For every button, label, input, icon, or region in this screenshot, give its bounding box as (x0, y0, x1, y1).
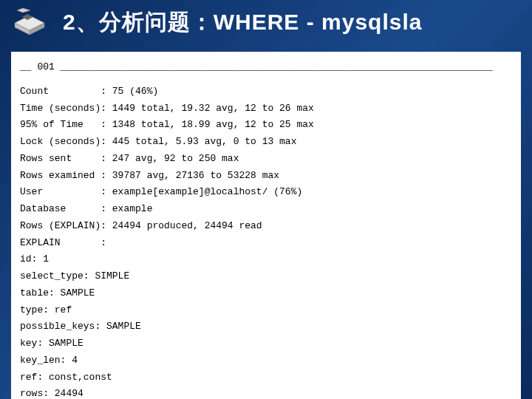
stat-row: Rows examined : 39787 avg, 27136 to 5322… (20, 168, 512, 185)
stat-row: Database : example (20, 201, 512, 218)
spacer (20, 76, 512, 83)
stat-row: EXPLAIN : (20, 235, 512, 252)
explain-line: select_type: SIMPLE (20, 268, 512, 285)
tool-name: mysqlsla (321, 10, 422, 34)
title-text: 2、分析问题：WHERE - (63, 10, 321, 34)
stat-row: 95% of Time : 1348 total, 18.99 avg, 12 … (20, 117, 512, 134)
explain-line: ref: const,const (20, 369, 512, 386)
section-rule: __ 001 _________________________________… (20, 59, 512, 76)
explain-line: rows: 24494 (20, 386, 512, 399)
stat-row: Lock (seconds): 445 total, 5.93 avg, 0 t… (20, 134, 512, 151)
stat-row: User : example[example]@localhost/ (76%) (20, 184, 512, 201)
explain-block: id: 1select_type: SIMPLEtable: SAMPLEtyp… (20, 251, 512, 399)
rule-dashes: ________________________________________… (61, 61, 493, 72)
stat-row: Count : 75 (46%) (20, 83, 512, 100)
stat-row: Rows (EXPLAIN): 24494 produced, 24494 re… (20, 218, 512, 235)
disk-icon (11, 7, 48, 38)
stat-row: Time (seconds): 1449 total, 19.32 avg, 1… (20, 100, 512, 117)
stat-row: Rows sent : 247 avg, 92 to 250 max (20, 151, 512, 168)
explain-line: id: 1 (20, 251, 512, 268)
stats-block: Count : 75 (46%)Time (seconds): 1449 tot… (20, 83, 512, 252)
slide-header: 2、分析问题：WHERE - mysqlsla (0, 0, 532, 44)
explain-line: key: SAMPLE (20, 335, 512, 352)
svg-marker-4 (17, 8, 30, 13)
slide-title: 2、分析问题：WHERE - mysqlsla (63, 7, 422, 38)
output-panel: __ 001 _________________________________… (11, 52, 521, 399)
rule-prefix: __ 001 (20, 61, 61, 72)
explain-line: table: SAMPLE (20, 285, 512, 302)
explain-line: type: ref (20, 302, 512, 319)
explain-line: key_len: 4 (20, 352, 512, 369)
explain-line: possible_keys: SAMPLE (20, 318, 512, 335)
